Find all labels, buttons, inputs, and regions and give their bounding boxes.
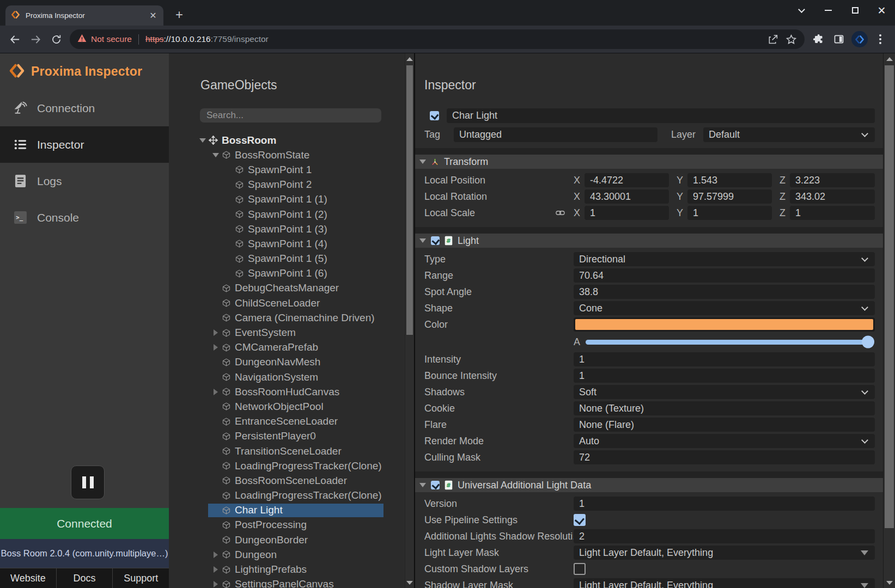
link-icon[interactable] xyxy=(556,210,565,216)
collapse-arrow[interactable] xyxy=(210,329,222,336)
gameobjects-scrollbar[interactable] xyxy=(405,53,414,588)
property-input[interactable]: 1 xyxy=(574,352,875,366)
tree-item[interactable]: PostProcessing xyxy=(169,518,405,532)
sidebar-item-connection[interactable]: Connection xyxy=(0,90,169,126)
collapse-arrow[interactable] xyxy=(210,581,222,587)
tree-item[interactable]: SpawnPoint 1 xyxy=(169,162,405,177)
axis-input[interactable]: 3.223 xyxy=(790,173,875,187)
tab-close-icon[interactable]: ✕ xyxy=(148,11,158,21)
window-close-button[interactable]: ✕ xyxy=(868,0,895,21)
tag-field[interactable] xyxy=(454,127,657,142)
reload-button[interactable] xyxy=(46,29,66,50)
tree-item[interactable]: BossRoom xyxy=(169,133,405,148)
color-field[interactable] xyxy=(574,317,875,332)
property-input[interactable]: 38.8 xyxy=(574,285,875,299)
axis-input[interactable]: 1 xyxy=(790,206,875,220)
gameobject-enabled-checkbox[interactable] xyxy=(430,111,439,120)
gameobject-name-field[interactable] xyxy=(447,108,875,123)
scroll-down-arrow[interactable] xyxy=(884,577,895,588)
sidebar-item-console[interactable]: >_ Console xyxy=(0,199,169,236)
tree-item[interactable]: PersistentPlayer0 xyxy=(169,429,405,444)
scrollbar-thumb[interactable] xyxy=(406,65,413,335)
inspector-scrollbar[interactable] xyxy=(883,53,895,588)
tree-item[interactable]: DungeonNavMesh xyxy=(169,355,405,370)
docs-link[interactable]: Docs xyxy=(56,568,113,588)
extensions-puzzle-icon[interactable] xyxy=(808,29,829,50)
property-input[interactable]: 70.64 xyxy=(574,268,875,283)
tree-item[interactable]: DebugCheatsManager xyxy=(169,281,405,296)
sidebar-item-inspector[interactable]: Inspector xyxy=(0,126,169,163)
tree-item[interactable]: Dungeon xyxy=(169,547,405,562)
url-text[interactable]: https://10.0.0.216:7759/inspector xyxy=(145,34,269,44)
tree-item[interactable]: LoadingProgressTracker(Clone) xyxy=(169,458,405,473)
website-link[interactable]: Website xyxy=(0,568,56,588)
expand-arrow[interactable] xyxy=(419,483,426,487)
component-enabled-checkbox[interactable] xyxy=(431,236,440,245)
new-tab-button[interactable]: + xyxy=(171,7,187,23)
tree-item[interactable]: NetworkObjectPool xyxy=(169,399,405,414)
property-dropdown[interactable]: Soft xyxy=(574,385,875,399)
mask-dropdown[interactable]: Light Layer Default, Everything xyxy=(574,546,875,560)
axis-input[interactable]: -4.4722 xyxy=(585,173,669,187)
scrollbar-thumb[interactable] xyxy=(885,65,894,528)
tree-item[interactable]: SpawnPoint 1 (3) xyxy=(169,222,405,236)
tree-item[interactable]: SpawnPoint 1 (1) xyxy=(169,192,405,207)
tree-item[interactable]: SpawnPoint 1 (4) xyxy=(169,236,405,251)
axis-input[interactable]: 97.57999 xyxy=(687,189,772,204)
property-dropdown[interactable]: Directional xyxy=(574,252,875,266)
property-input[interactable]: None (Texture) xyxy=(574,401,875,415)
forward-button[interactable] xyxy=(25,29,46,50)
layer-dropdown[interactable]: Default xyxy=(703,127,875,142)
property-dropdown[interactable]: Auto xyxy=(574,434,875,448)
support-link[interactable]: Support xyxy=(112,568,169,588)
property-input[interactable]: 1 xyxy=(574,497,875,511)
gameobjects-search-input[interactable] xyxy=(200,108,381,122)
tree-item[interactable]: BossRoomState xyxy=(169,148,405,162)
tree-item[interactable]: SpawnPoint 2 xyxy=(169,177,405,192)
back-button[interactable] xyxy=(4,29,25,50)
browser-tab[interactable]: Proxima Inspector ✕ xyxy=(5,5,163,26)
scroll-up-arrow[interactable] xyxy=(405,53,414,64)
axis-input[interactable]: 43.30001 xyxy=(585,189,669,204)
tree-item[interactable]: SpawnPoint 1 (6) xyxy=(169,266,405,281)
window-maximize-button[interactable] xyxy=(842,0,868,21)
expand-arrow[interactable] xyxy=(419,160,426,164)
collapse-arrow[interactable] xyxy=(210,552,222,558)
axis-input[interactable]: 1.543 xyxy=(687,173,772,187)
alpha-slider[interactable] xyxy=(586,340,873,345)
property-input[interactable]: 72 xyxy=(574,450,875,464)
collapse-arrow[interactable] xyxy=(210,344,222,351)
tree-item[interactable]: NavigationSystem xyxy=(169,370,405,384)
sidebar-item-logs[interactable]: Logs xyxy=(0,163,169,199)
expand-arrow[interactable] xyxy=(210,153,222,157)
tree-item[interactable]: TransitionSceneLoader xyxy=(169,444,405,458)
property-checkbox[interactable] xyxy=(574,563,586,575)
tree-item[interactable]: Char Light xyxy=(169,503,405,518)
expand-arrow[interactable] xyxy=(197,138,209,143)
component-enabled-checkbox[interactable] xyxy=(431,481,440,489)
tree-item[interactable]: CMCameraPrefab xyxy=(169,340,405,355)
pause-button[interactable] xyxy=(71,465,105,499)
property-checkbox[interactable] xyxy=(574,514,586,526)
tree-item[interactable]: BossRoomSceneLoader xyxy=(169,473,405,488)
scroll-up-arrow[interactable] xyxy=(884,53,895,64)
bookmark-star-icon[interactable] xyxy=(782,30,800,48)
slider-handle[interactable] xyxy=(862,336,874,348)
proxima-extension-icon[interactable] xyxy=(849,29,870,50)
tree-item[interactable]: LoadingProgressTracker(Clone) xyxy=(169,488,405,503)
side-panel-icon[interactable] xyxy=(829,29,849,50)
tree-item[interactable]: DungeonBorder xyxy=(169,532,405,547)
axis-input[interactable]: 1 xyxy=(585,206,669,220)
not-secure-label[interactable]: Not secure xyxy=(91,34,132,44)
tree-item[interactable]: EntranceSceneLoader xyxy=(169,414,405,429)
tree-item[interactable]: SpawnPoint 1 (2) xyxy=(169,207,405,222)
tree-item[interactable]: BossRoomHudCanvas xyxy=(169,384,405,399)
property-dropdown[interactable]: Cone xyxy=(574,301,875,315)
tree-item[interactable]: LightingPrefabs xyxy=(169,562,405,577)
scroll-down-arrow[interactable] xyxy=(405,577,414,588)
browser-menu-kebab-icon[interactable] xyxy=(870,29,891,50)
window-minimize-button[interactable] xyxy=(815,0,842,21)
property-input[interactable]: None (Flare) xyxy=(574,418,875,432)
tree-item[interactable]: EventSystem xyxy=(169,325,405,340)
address-bar[interactable]: Not secure https://10.0.0.216:7759/inspe… xyxy=(70,29,805,49)
